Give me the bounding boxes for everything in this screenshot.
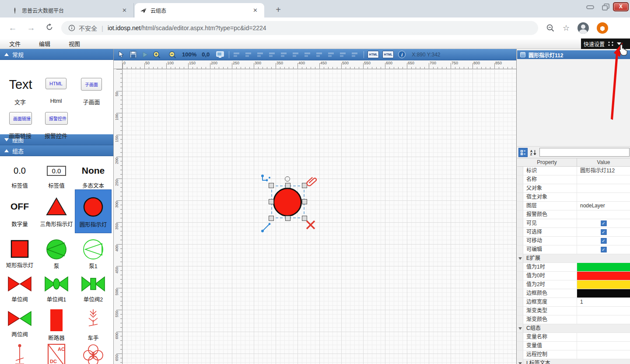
property-row-group[interactable]: E扩展 (517, 254, 630, 263)
checkbox[interactable]: ✓ (601, 220, 606, 226)
palette-item-pt[interactable]: PT (75, 338, 112, 364)
group-expanded-icon[interactable] (518, 257, 522, 260)
property-row-item[interactable]: 边框宽度1 (517, 298, 630, 307)
property-row-item[interactable]: 可移动✓ (517, 237, 630, 245)
property-filter-input[interactable] (539, 148, 630, 157)
attach-paperclip-icon[interactable] (305, 175, 318, 187)
back-icon[interactable]: ← (7, 23, 18, 33)
checkbox[interactable]: ✓ (601, 238, 606, 244)
property-value[interactable] (577, 333, 630, 341)
property-row-item[interactable]: 图层nodeLayer (517, 202, 630, 210)
palette-item-pump[interactable]: 泵 (38, 233, 75, 269)
reload-icon[interactable] (44, 23, 55, 33)
resize-handle[interactable] (269, 216, 274, 221)
property-row-item[interactable]: 值为2时 (517, 280, 630, 289)
property-value[interactable]: ✓ (577, 245, 630, 254)
property-row-item[interactable]: 可编辑✓ (517, 245, 630, 254)
zoom-out-icon[interactable] (168, 50, 177, 59)
property-value[interactable] (577, 307, 630, 315)
property-value[interactable] (577, 315, 630, 324)
property-row-item[interactable]: 标识圆形指示灯112 (517, 167, 630, 175)
property-value[interactable] (577, 263, 630, 271)
palette-item-text[interactable]: Text (4, 77, 38, 92)
property-row-item[interactable]: 值为0时 (517, 272, 630, 280)
palette-item-rect-indicator[interactable]: 矩形指示灯 (1, 233, 38, 269)
minimize-icon[interactable] (585, 3, 595, 11)
palette-item-multistate-text[interactable]: None多态文本 (75, 156, 112, 189)
property-row-item[interactable]: 可见✓ (517, 219, 630, 228)
property-row-item[interactable]: 可选择✓ (517, 228, 630, 237)
property-value[interactable] (577, 184, 630, 192)
browser-tab-1[interactable]: 思普云大数据平台 ✕ (6, 3, 134, 18)
profile-avatar-icon[interactable] (578, 22, 589, 34)
group-expanded-icon[interactable] (518, 327, 522, 330)
property-value[interactable] (577, 289, 630, 298)
resize-handle[interactable] (285, 183, 290, 188)
property-row-item[interactable]: 渐变类型 (517, 307, 630, 315)
palette-item-knife-switch[interactable]: 刀闸 (1, 338, 38, 364)
property-row-item[interactable]: 父对象 (517, 184, 630, 193)
sort-az-icon[interactable]: AZ (529, 148, 538, 157)
restore-icon[interactable] (601, 3, 611, 11)
property-value[interactable]: ✓ (577, 237, 630, 245)
quick-settings-bar[interactable]: 快速设置 (581, 38, 630, 49)
zoom-out-icon[interactable] (546, 24, 555, 32)
menu-view[interactable]: 视图 (60, 39, 89, 48)
property-row-item[interactable]: 变量值 (517, 342, 630, 350)
palette-item-valve-two-state[interactable]: 两位阀 (1, 303, 38, 338)
delete-x-icon[interactable] (305, 220, 316, 230)
checkbox[interactable]: ✓ (601, 247, 606, 252)
categorize-view-icon[interactable] (518, 148, 528, 157)
palette-item-pump-outline[interactable]: 泵1 (75, 233, 112, 269)
color-swatch[interactable] (577, 280, 630, 289)
menu-edit[interactable]: 编辑 (30, 39, 60, 48)
resize-handle[interactable] (302, 199, 307, 204)
palette-item-alarm-widget[interactable]: 报警控件 (45, 112, 68, 125)
palette-item-valve-red[interactable]: 单位阀 (1, 269, 38, 303)
close-button-highlight[interactable]: X (613, 2, 629, 11)
group-expanded-icon[interactable] (518, 362, 522, 364)
menu-file[interactable]: 文件 (0, 39, 30, 48)
html-export-button[interactable]: HTML (368, 51, 379, 58)
palette-item-circle-indicator[interactable]: 圆形指示灯 (75, 189, 112, 233)
property-row-item[interactable]: 远程控制 (517, 350, 630, 359)
palette-item-digital-value[interactable]: OFF数字量 (1, 189, 38, 233)
checkbox[interactable]: ✓ (601, 229, 606, 235)
palette-item-html[interactable]: HTML (46, 78, 66, 89)
forward-icon[interactable]: → (25, 23, 37, 33)
property-value[interactable]: nodeLayer (577, 202, 630, 210)
html-export-button-2[interactable]: HTML (382, 51, 394, 58)
property-value[interactable]: 圆形指示灯112 (577, 167, 630, 175)
color-swatch[interactable] (577, 263, 630, 271)
property-row-group[interactable]: C组态 (517, 324, 630, 333)
property-value[interactable]: ✓ (577, 219, 630, 228)
property-row-item[interactable]: 边框颜色 (517, 289, 630, 298)
connector-anchor-icon[interactable] (261, 174, 272, 186)
color-swatch[interactable] (577, 272, 630, 280)
rotate-handle[interactable] (285, 176, 290, 182)
url-field[interactable]: 不安全 | iot.idosp.net /html/scada/editor.a… (61, 21, 538, 35)
palette-item-subscreen[interactable]: 子画面 (81, 78, 102, 91)
browser-tab-2[interactable]: 云组态 ✕ (135, 3, 264, 18)
property-value[interactable]: 1 (577, 298, 630, 306)
property-row-item[interactable]: 渐变颜色 (517, 315, 630, 324)
section-general[interactable]: 常规 (0, 49, 113, 60)
zoom-in-icon[interactable] (152, 50, 161, 59)
color-swatch[interactable] (577, 289, 630, 298)
line-connector-icon[interactable] (261, 221, 272, 233)
property-value[interactable] (577, 272, 630, 280)
property-value[interactable] (577, 193, 630, 201)
display-icon[interactable] (216, 50, 224, 59)
resize-handle[interactable] (269, 199, 274, 204)
palette-item-valve-green-ellipse[interactable]: 单位阀1 (38, 269, 75, 303)
save-icon[interactable] (129, 50, 137, 59)
palette-item-triangle-indicator[interactable]: 三角形指示灯 (38, 189, 75, 233)
bookmark-star-icon[interactable]: ☆ (563, 23, 570, 33)
property-row-item[interactable]: 名称 (517, 175, 630, 184)
property-row-group[interactable]: L标签文本 (517, 359, 630, 364)
property-value[interactable] (577, 210, 630, 219)
tab-close-icon[interactable]: ✕ (251, 6, 260, 14)
palette-item-inverter[interactable]: ACDC逆变器 (38, 338, 75, 364)
property-value[interactable] (577, 280, 630, 289)
palette-item-screen-link[interactable]: 画面链接 (9, 112, 32, 125)
